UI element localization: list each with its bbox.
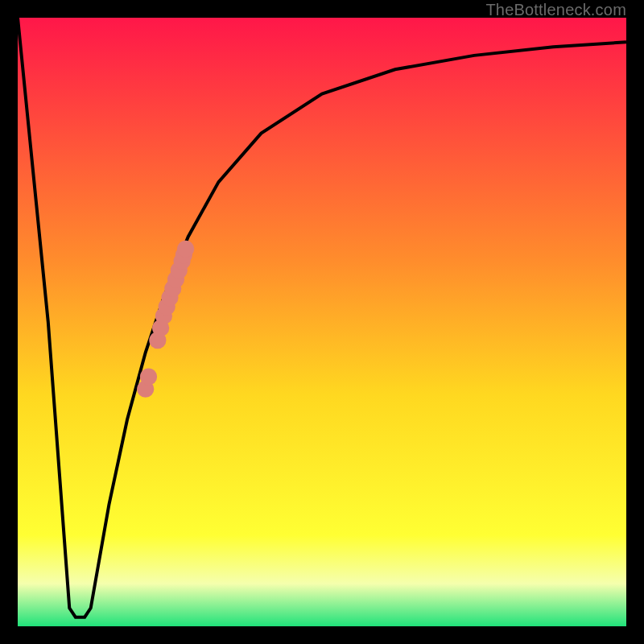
watermark-text: TheBottleneck.com [485,2,626,18]
gradient-background [18,18,626,626]
plot-area [18,18,626,626]
data-marker [177,241,194,258]
chart-svg [18,18,626,626]
data-marker [140,368,157,385]
chart-frame: TheBottleneck.com [0,0,644,644]
